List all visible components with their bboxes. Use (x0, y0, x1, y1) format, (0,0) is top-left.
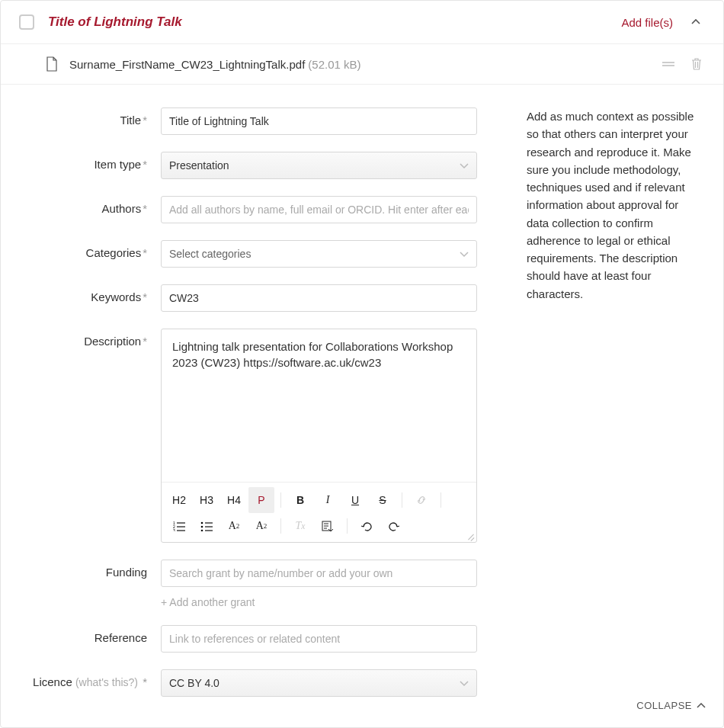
clear-format-button[interactable]: Tx (287, 513, 313, 539)
drag-handle-icon[interactable] (662, 59, 674, 69)
resize-handle[interactable] (464, 530, 475, 540)
subscript-button[interactable]: A2 (221, 513, 247, 539)
chevron-up-icon (697, 703, 706, 709)
licence-select[interactable]: CC BY 4.0 (161, 669, 477, 697)
italic-button[interactable]: I (315, 487, 341, 513)
authors-label: Authors* (8, 196, 161, 215)
item-title: Title of Lightning Talk (48, 14, 621, 30)
superscript-button[interactable]: A2 (248, 513, 274, 539)
toolbar-separator (347, 518, 348, 534)
item-header: Title of Lightning Talk Add file(s) (1, 1, 723, 44)
toolbar-separator (402, 492, 402, 508)
h2-button[interactable]: H2 (166, 487, 192, 513)
svg-point-8 (201, 522, 203, 524)
reference-label: Reference (8, 625, 161, 644)
file-icon (45, 56, 59, 72)
licence-label: Licence (what's this?) * (8, 669, 161, 688)
description-textarea[interactable]: Lightning talk presentation for Collabor… (162, 329, 476, 482)
categories-select[interactable]: Select categories (161, 240, 477, 268)
reference-input[interactable] (161, 625, 477, 653)
redo-button[interactable] (381, 513, 407, 539)
bold-button[interactable]: B (287, 487, 313, 513)
categories-label: Categories* (8, 240, 161, 259)
paragraph-button[interactable]: P (248, 487, 274, 513)
categories-placeholder: Select categories (169, 248, 251, 260)
link-button[interactable] (408, 487, 434, 513)
file-name: Surname_FirstName_CW23_LightningTalk.pdf (69, 58, 305, 71)
svg-text:3: 3 (173, 528, 175, 531)
add-another-grant-link[interactable]: + Add another grant (161, 596, 477, 608)
licence-value: CC BY 4.0 (169, 677, 219, 689)
select-item-checkbox[interactable] (19, 14, 34, 30)
item-type-label: Item type* (8, 152, 161, 171)
code-block-button[interactable] (315, 513, 341, 539)
delete-file-icon[interactable] (691, 58, 702, 70)
funding-input[interactable] (161, 560, 477, 587)
toolbar-separator (440, 492, 441, 508)
underline-button[interactable]: U (342, 487, 368, 513)
item-type-value: Presentation (169, 159, 229, 172)
collapse-chevron-icon[interactable] (690, 16, 702, 28)
description-label: Description* (8, 329, 161, 348)
item-type-select[interactable]: Presentation (161, 152, 477, 179)
editor-toolbar: H2 H3 H4 P B I U S (162, 482, 476, 542)
collapse-label: COLLAPSE (636, 700, 692, 711)
funding-label: Funding (8, 560, 161, 579)
keywords-label: Keywords* (8, 284, 161, 303)
h4-button[interactable]: H4 (221, 487, 247, 513)
unordered-list-button[interactable] (194, 513, 219, 539)
toolbar-separator (280, 492, 281, 508)
add-files-link[interactable]: Add file(s) (621, 16, 673, 29)
toolbar-separator (280, 518, 281, 534)
ordered-list-button[interactable]: 123 (166, 513, 192, 539)
collapse-button[interactable]: COLLAPSE (636, 700, 706, 711)
file-row: Surname_FirstName_CW23_LightningTalk.pdf… (1, 44, 723, 85)
description-editor: Lightning talk presentation for Collabor… (161, 329, 477, 543)
svg-point-12 (201, 530, 203, 531)
title-input[interactable] (161, 107, 477, 135)
h3-button[interactable]: H3 (194, 487, 219, 513)
help-panel: Add as much context as possible so that … (511, 107, 702, 727)
authors-input[interactable] (161, 196, 477, 223)
strikethrough-button[interactable]: S (370, 487, 396, 513)
description-help-text: Add as much context as possible so that … (527, 107, 702, 303)
keywords-input[interactable] (161, 284, 477, 312)
chevron-down-icon (460, 159, 469, 172)
chevron-down-icon (460, 248, 469, 260)
chevron-down-icon (460, 677, 469, 689)
file-size: (52.01 kB) (308, 58, 360, 71)
svg-point-10 (201, 526, 203, 528)
title-label: Title* (8, 107, 161, 127)
undo-button[interactable] (354, 513, 380, 539)
